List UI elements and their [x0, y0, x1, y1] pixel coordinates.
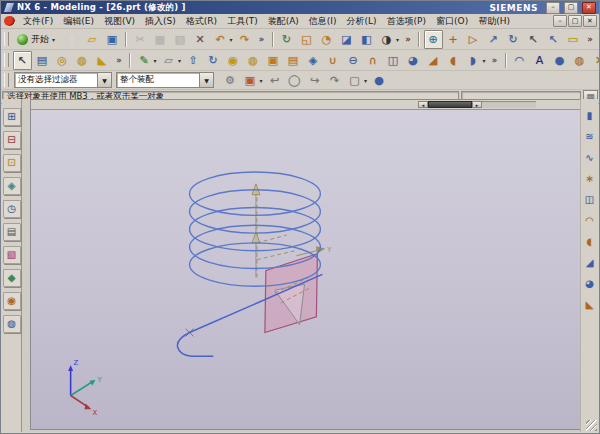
display-mode-icon[interactable]: ◑▾	[377, 30, 396, 49]
blend-feature-icon[interactable]: ◕	[581, 275, 598, 292]
selection-filter-combo[interactable]: 没有选择过滤器 ▼	[14, 72, 112, 88]
chamfer-icon[interactable]: ◢	[424, 51, 443, 70]
menu-item[interactable]: 帮助(H)	[473, 14, 515, 29]
child-minimize-button[interactable]: –	[553, 15, 567, 27]
bridge-curve-icon[interactable]: ◠	[510, 51, 529, 70]
people-roles-icon[interactable]: ◉	[3, 292, 21, 310]
menu-item[interactable]: 编辑(E)	[58, 14, 99, 29]
scrollbar-thumb[interactable]	[428, 101, 472, 108]
snap-settings-icon[interactable]: ⚙	[221, 71, 240, 90]
thread-feature-icon[interactable]: ≋	[581, 128, 598, 145]
boss-icon[interactable]: ◍	[244, 51, 263, 70]
menu-item[interactable]: 窗口(O)	[431, 14, 473, 29]
zoom-view-icon[interactable]: ◔	[317, 30, 336, 49]
menu-item[interactable]: 格式(R)	[181, 14, 222, 29]
tube-icon[interactable]: ◍	[570, 51, 589, 70]
arc-center-icon[interactable]: ↷	[325, 71, 344, 90]
subtract-icon[interactable]: ⊖	[344, 51, 363, 70]
datum-plane-icon[interactable]: ▱▾	[159, 51, 178, 70]
pattern-face-icon[interactable]: ◎	[53, 51, 72, 70]
selection-scope-combo[interactable]: 整个装配 ▼	[116, 72, 214, 88]
draft-feature-icon[interactable]: ◢	[581, 254, 598, 271]
tools-icon[interactable]: ◆	[3, 269, 21, 287]
maximize-button[interactable]: ▢	[564, 2, 578, 14]
isometric-view-icon[interactable]: ◧	[357, 30, 376, 49]
toolbar-overflow-button[interactable]: »	[402, 30, 415, 49]
menu-item[interactable]: 视图(V)	[99, 14, 140, 29]
text-icon[interactable]: A	[530, 51, 549, 70]
select-feature-icon[interactable]: ↖	[544, 30, 563, 49]
chevron-down-icon[interactable]: ▾	[153, 57, 156, 64]
menu-item[interactable]: 装配(A)	[263, 14, 304, 29]
redo-icon[interactable]: ↷	[235, 30, 254, 49]
shaded-sphere-icon[interactable]: ●	[370, 71, 389, 90]
pattern-feature-icon[interactable]: ∗	[581, 170, 598, 187]
3d-viewport[interactable]: Y	[31, 110, 582, 429]
intersection-curve-icon[interactable]: ✕▾	[590, 51, 600, 70]
roles-palette-icon[interactable]: ▧	[3, 246, 21, 264]
sketch-icon[interactable]: ✎▾	[135, 51, 154, 70]
measure-distance-icon[interactable]: ↗	[484, 30, 503, 49]
extrude-icon[interactable]: ⇧	[184, 51, 203, 70]
undo-icon[interactable]: ↶▾	[211, 30, 230, 49]
copy-icon[interactable]: ▦	[151, 30, 170, 49]
delete-icon[interactable]: ✕	[191, 30, 210, 49]
new-file-icon[interactable]: ▯	[63, 30, 82, 49]
toolbar-grip[interactable]	[4, 73, 9, 87]
wedge-icon[interactable]: ◣	[93, 51, 112, 70]
sphere-icon[interactable]: ●	[550, 51, 569, 70]
mid-point-icon[interactable]: ◯	[285, 71, 304, 90]
scroll-right-icon[interactable]: ▸	[472, 101, 482, 108]
point-dialog-icon[interactable]: +	[444, 30, 463, 49]
trim-feature-icon[interactable]: ◖	[581, 233, 598, 250]
toolbar-grip[interactable]	[4, 53, 9, 67]
end-point-icon[interactable]: ↩	[265, 71, 284, 90]
rotate-vector-icon[interactable]: ↻	[504, 30, 523, 49]
snap-point-icon[interactable]: ▣▾	[241, 71, 260, 90]
paste-icon[interactable]: ▧	[171, 30, 190, 49]
chevron-down-icon[interactable]: ▾	[259, 77, 262, 84]
fit-view-icon[interactable]: ◱	[297, 30, 316, 49]
mirror-feature-icon[interactable]: ◫	[581, 191, 598, 208]
cylinder-feature-icon[interactable]: ▮	[581, 107, 598, 124]
unite-icon[interactable]: ∪	[324, 51, 343, 70]
child-restore-button[interactable]: ▢	[568, 15, 582, 27]
toolbar-grip[interactable]	[4, 32, 9, 46]
torus-icon[interactable]: ◍	[73, 51, 92, 70]
menu-item[interactable]: 分析(L)	[342, 14, 382, 29]
chevron-down-icon[interactable]: ▾	[364, 77, 367, 84]
horizontal-scrollbar[interactable]: ◂ ▸	[418, 101, 536, 108]
edge-blend-icon[interactable]: ◕	[404, 51, 423, 70]
datum-csys-icon[interactable]: ⊕	[424, 30, 443, 49]
graphics-window[interactable]: ◂ ▸	[30, 99, 583, 430]
menu-item[interactable]: 工具(T)	[222, 14, 263, 29]
more-features-icon[interactable]: ◗▾	[464, 51, 483, 70]
assembly-navigator-icon[interactable]: ⊞	[3, 108, 21, 126]
selection-mode-icon[interactable]: ↖	[13, 51, 32, 70]
select-object-icon[interactable]: ↖	[524, 30, 543, 49]
hole-icon[interactable]: ◉	[224, 51, 243, 70]
chevron-down-icon[interactable]: ▼	[199, 73, 213, 87]
control-point-icon[interactable]: ↪	[305, 71, 324, 90]
chevron-down-icon[interactable]: ▾	[482, 57, 485, 64]
menu-item[interactable]: 信息(I)	[304, 14, 342, 29]
helix-feature-icon[interactable]: ∿	[581, 149, 598, 166]
vector-dialog-icon[interactable]: ▷	[464, 30, 483, 49]
toolbar-overflow-button[interactable]: »	[488, 51, 501, 70]
pocket-icon[interactable]: ▣	[264, 51, 283, 70]
trim-body-icon[interactable]: ◫	[384, 51, 403, 70]
scroll-left-icon[interactable]: ◂	[418, 101, 428, 108]
open-folder-icon[interactable]: ▱	[83, 30, 102, 49]
menu-item[interactable]: 首选项(P)	[382, 14, 431, 29]
web-browser-icon[interactable]: ◍	[3, 315, 21, 333]
resize-grip[interactable]	[586, 420, 597, 431]
catalog-icon[interactable]: ▤	[33, 51, 52, 70]
chamfer-feature-icon[interactable]: ◣	[581, 296, 598, 313]
cut-icon[interactable]: ✂	[131, 30, 150, 49]
menu-item[interactable]: 插入(S)	[140, 14, 181, 29]
chevron-down-icon[interactable]: ▾	[230, 36, 233, 43]
chevron-down-icon[interactable]: ▾	[178, 57, 181, 64]
toolbar-overflow-button[interactable]: »	[584, 30, 597, 49]
sweep-feature-icon[interactable]: ◠	[581, 212, 598, 229]
shell-icon[interactable]: ◖	[444, 51, 463, 70]
